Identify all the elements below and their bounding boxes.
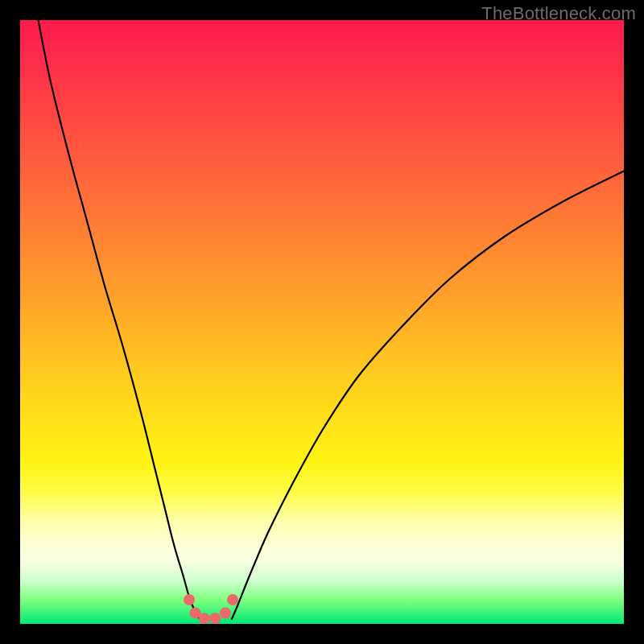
dot [209,613,221,624]
curve-right [232,171,625,620]
dot [199,613,210,624]
dot [220,608,231,619]
chart-area [20,20,624,624]
curve-left [39,20,200,620]
curve-layer [20,20,624,624]
bottom-dots [184,594,238,624]
watermark-text: TheBottleneck.com [481,3,636,24]
dot [227,594,238,605]
dot [184,594,195,605]
